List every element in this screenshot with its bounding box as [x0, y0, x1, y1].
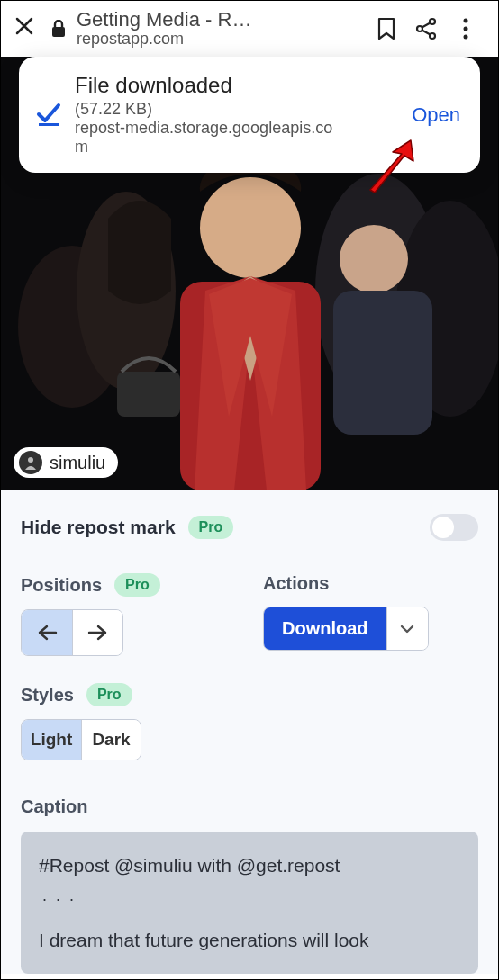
- actions-label: Actions: [263, 573, 329, 594]
- annotation-arrow-icon: [361, 136, 424, 202]
- position-right-button[interactable]: [72, 610, 122, 655]
- svg-point-4: [464, 19, 468, 23]
- notification-size: (57.22 KB): [75, 100, 403, 119]
- controls-panel: Hide repost mark Pro Positions Pro Actio: [1, 490, 498, 974]
- caption-textarea[interactable]: #Repost @simuliu with @get.repost ··· I …: [21, 832, 478, 974]
- page-domain: repostapp.com: [77, 31, 367, 49]
- svg-point-18: [28, 457, 33, 463]
- svg-point-15: [200, 177, 301, 278]
- share-icon[interactable]: [406, 17, 446, 40]
- page-title: Getting Media - R…: [77, 9, 367, 31]
- svg-point-2: [417, 26, 422, 31]
- caption-text-line: I dream that future generations will loo…: [39, 926, 460, 955]
- svg-rect-14: [333, 291, 432, 435]
- hide-repost-toggle[interactable]: [430, 514, 478, 541]
- attribution-badge[interactable]: simuliu: [14, 447, 118, 478]
- caption-label: Caption: [21, 796, 478, 817]
- pro-badge: Pro: [86, 683, 132, 706]
- check-icon: [35, 100, 62, 130]
- avatar: [19, 451, 42, 474]
- caption-text-line: #Repost @simuliu with @get.repost: [39, 851, 460, 880]
- svg-point-1: [430, 19, 435, 24]
- attribution-username: simuliu: [50, 453, 105, 473]
- svg-point-13: [340, 225, 408, 293]
- styles-label: Styles: [21, 685, 74, 706]
- open-button[interactable]: Open: [412, 103, 460, 127]
- svg-rect-17: [117, 372, 180, 417]
- download-button[interactable]: Download: [264, 607, 386, 650]
- position-segmented: [21, 609, 123, 656]
- svg-point-3: [430, 33, 435, 39]
- url-display[interactable]: Getting Media - R… repostapp.com: [77, 9, 367, 49]
- style-light-button[interactable]: Light: [22, 720, 81, 760]
- svg-rect-19: [39, 123, 59, 126]
- lock-icon: [46, 20, 71, 38]
- hide-repost-label: Hide repost mark: [21, 517, 176, 538]
- position-left-button[interactable]: [22, 610, 72, 655]
- pro-badge: Pro: [188, 516, 234, 539]
- bookmark-icon[interactable]: [367, 17, 406, 40]
- close-icon[interactable]: [14, 14, 46, 43]
- notification-title: File downloaded: [75, 73, 403, 98]
- positions-label: Positions: [21, 575, 102, 596]
- menu-dots-icon[interactable]: [446, 18, 485, 40]
- svg-point-6: [464, 35, 468, 40]
- pro-badge: Pro: [114, 573, 160, 597]
- caption-text-line: ···: [39, 887, 460, 912]
- browser-chrome: Getting Media - R… repostapp.com: [1, 1, 498, 57]
- download-dropdown-button[interactable]: [386, 607, 428, 650]
- toggle-knob: [432, 517, 454, 538]
- notification-source: repost-media.storage.googleapis.com: [75, 119, 345, 157]
- download-split-button: Download: [263, 607, 429, 651]
- svg-point-5: [464, 27, 468, 31]
- styles-segmented: Light Dark: [21, 719, 141, 760]
- svg-rect-0: [52, 27, 65, 37]
- style-dark-button[interactable]: Dark: [81, 720, 141, 760]
